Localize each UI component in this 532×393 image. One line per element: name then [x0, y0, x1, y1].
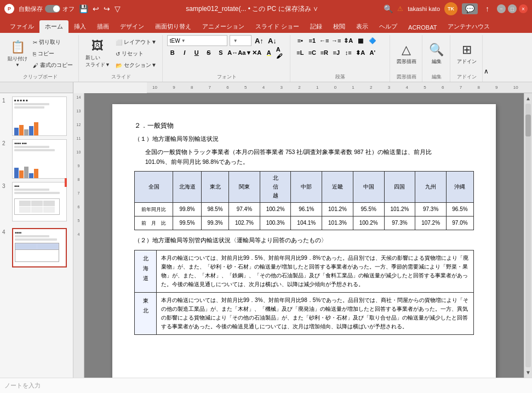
copy-button[interactable]: ⎘コピー	[31, 48, 75, 59]
font-size-combo[interactable]: ▼	[230, 35, 251, 46]
save-icon[interactable]: 💾	[79, 4, 88, 13]
tab-file[interactable]: ファイル	[4, 20, 39, 33]
align-justify-button[interactable]: ≡J	[331, 47, 342, 58]
text-direction-button[interactable]: ⇕A	[343, 35, 354, 46]
notes-input[interactable]: ノートを入力	[4, 381, 41, 390]
tab-antenna[interactable]: アンテナハウス	[442, 20, 495, 33]
smart-art-button[interactable]: 🔷	[367, 35, 378, 46]
new-slide-button[interactable]: 🖼 新しい スライド▼	[83, 37, 112, 70]
font-name-combo[interactable]: tEW ▼	[167, 35, 227, 46]
scroll-down-arrow[interactable]: ▼	[524, 368, 532, 377]
vertical-ruler: 14 13 12 11 10 9 8 7 6 5 4	[73, 93, 84, 378]
share-icon[interactable]: ↑	[482, 3, 493, 14]
bar2	[19, 125, 24, 136]
row2-v9: 107.2%	[415, 217, 447, 230]
underline-button[interactable]: U	[191, 47, 202, 58]
tab-animations[interactable]: アニメーション	[197, 20, 250, 33]
slide3-table	[14, 198, 60, 215]
section-button[interactable]: 📂セクション▼	[113, 60, 159, 71]
bar9	[29, 173, 33, 179]
clear-format-button[interactable]: ✕A	[251, 47, 262, 58]
vertical-align-button[interactable]: ⬍A	[355, 47, 366, 58]
close-button[interactable]: ×	[519, 4, 528, 13]
align-right-button[interactable]: ≡R	[319, 47, 330, 58]
username: takashi kato	[408, 5, 440, 12]
autosave-state: オフ	[62, 5, 75, 13]
reset-button[interactable]: ↺リセット	[113, 48, 159, 59]
tab-acrobat[interactable]: ACROBAT	[403, 22, 442, 33]
char-spacing-button[interactable]: A↔	[227, 47, 238, 58]
row2-v4: 100.3%	[260, 217, 291, 230]
tab-design[interactable]: デザイン	[115, 20, 150, 33]
scroll-up-arrow[interactable]: ▲	[524, 94, 532, 102]
addin-button[interactable]: ⊞ アドイン	[455, 40, 479, 67]
tab-help[interactable]: ヘルプ	[374, 20, 403, 33]
th-all: 全国	[135, 172, 173, 203]
tab-draw[interactable]: 描画	[91, 20, 115, 33]
minimize-button[interactable]: －	[497, 4, 506, 13]
th-kanto: 関東	[229, 172, 260, 203]
search-icon[interactable]: 🔍	[384, 4, 393, 13]
font-size-arrow: ▼	[233, 38, 238, 43]
cut-button[interactable]: ✂切り取り	[31, 37, 75, 48]
bold-button[interactable]: B	[167, 47, 178, 58]
shadow-button[interactable]: S	[215, 47, 226, 58]
ribbon-expand[interactable]: ∧	[484, 35, 489, 82]
scroll-thumb[interactable]	[525, 115, 531, 136]
numbering-button[interactable]: ≡1	[307, 35, 318, 46]
redo-icon[interactable]: ↪	[104, 4, 110, 13]
increase-indent-button[interactable]: →≡	[331, 35, 342, 46]
increase-font-button[interactable]: A↑	[254, 35, 265, 46]
bullets-button[interactable]: ≡•	[295, 35, 306, 46]
paste-button[interactable]: 📋 貼り付け ▼	[5, 37, 30, 70]
feedback-icon[interactable]: 💬	[462, 3, 478, 14]
tab-review[interactable]: 校閲	[328, 20, 351, 33]
cut-icon: ✂	[33, 39, 37, 45]
decrease-indent-button[interactable]: ←≡	[319, 35, 330, 46]
ribbon-toolbar: 📋 貼り付け ▼ ✂切り取り ⎘コピー 🖌書式のコピー クリップボード 🖼	[0, 33, 532, 82]
tab-view[interactable]: 表示	[351, 20, 374, 33]
tab-slideshow[interactable]: スライド ショー	[250, 20, 305, 33]
tab-record[interactable]: 記録	[305, 20, 328, 33]
slide-thumb-4[interactable]: 4 ■■■■	[2, 228, 71, 267]
font-content: tEW ▼ ▼ A↑ A↓ B I U S S A↔ Aa▼ ✕A A	[167, 35, 287, 72]
decrease-font-button[interactable]: A↓	[267, 35, 278, 46]
maximize-button[interactable]: □	[508, 4, 517, 13]
highlight-button[interactable]: A🖌	[276, 47, 287, 58]
scroll-track[interactable]	[525, 104, 531, 367]
tab-insert[interactable]: 挿入	[68, 20, 91, 33]
ribbon-expand-icon[interactable]: ∧	[484, 67, 489, 75]
row1-v1: 99.8%	[173, 203, 202, 217]
slide-thumb-3[interactable]: 3 ■■■	[2, 182, 71, 221]
slide-img-3: ■■■	[12, 182, 67, 221]
slide2-chart	[14, 162, 65, 179]
clipboard-col: ✂切り取り ⎘コピー 🖌書式のコピー	[31, 37, 75, 71]
notes-bar[interactable]: ノートを入力	[0, 378, 532, 393]
italic-button[interactable]: I	[179, 47, 190, 58]
align-left-button[interactable]: ≡L	[295, 47, 306, 58]
slide2-line2	[14, 149, 55, 151]
font-color-button[interactable]: A	[264, 47, 274, 58]
right-scrollbar[interactable]: ▲ ▼	[524, 93, 532, 378]
toggle-knob	[53, 5, 60, 12]
align-center-button[interactable]: ≡C	[307, 47, 318, 58]
text-shadow2-button[interactable]: A'	[367, 47, 378, 58]
column-button[interactable]: ▦	[355, 35, 366, 46]
edit-button[interactable]: 🔍 編集	[427, 40, 447, 67]
slide-thumb-1[interactable]: 1 ■ ■ ■ ■ ■	[2, 96, 71, 136]
slide-thumb-2[interactable]: 2 ■■■■ ■■■	[2, 139, 71, 179]
bar6	[14, 168, 19, 179]
undo-icon[interactable]: ↩	[93, 4, 99, 13]
font-case-button[interactable]: Aa▼	[239, 47, 250, 58]
customize-icon[interactable]: ▽	[115, 4, 121, 13]
line-spacing-button[interactable]: ↕≡	[343, 47, 354, 58]
draw-button[interactable]: △ 図形描画	[394, 40, 419, 67]
tab-home[interactable]: ホーム	[39, 20, 68, 33]
format-painter-button[interactable]: 🖌書式のコピー	[31, 60, 75, 71]
autosave-toggle[interactable]	[45, 5, 60, 13]
layout-button[interactable]: ⬜レイアウト▼	[113, 37, 159, 48]
tab-transitions[interactable]: 画面切り替え	[150, 20, 197, 33]
user-avatar[interactable]: TK	[444, 2, 457, 15]
sub-header1: （１）地方運輸局等別輸送状況	[134, 134, 474, 144]
strikethrough-button[interactable]: S	[203, 47, 214, 58]
